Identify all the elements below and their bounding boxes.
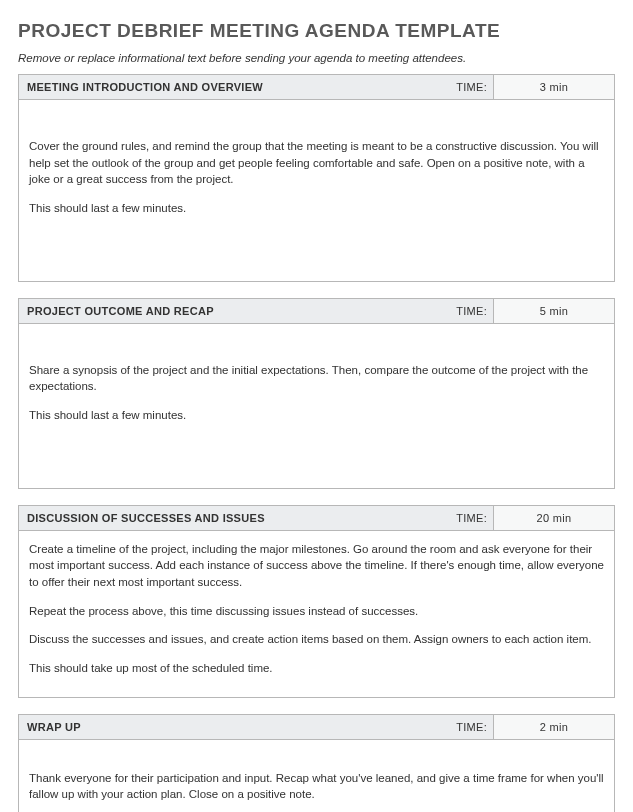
- section-body: Share a synopsis of the project and the …: [19, 324, 614, 488]
- section-body: Cover the ground rules, and remind the g…: [19, 100, 614, 281]
- time-label: TIME:: [411, 506, 494, 530]
- section-body: Create a timeline of the project, includ…: [19, 531, 614, 697]
- section-paragraph: This should last a few minutes.: [29, 200, 604, 217]
- section-paragraph: Share a synopsis of the project and the …: [29, 362, 604, 395]
- section-paragraph: This should take up most of the schedule…: [29, 660, 604, 677]
- section-paragraph: Repeat the process above, this time disc…: [29, 603, 604, 620]
- section-name: PROJECT OUTCOME AND RECAP: [19, 299, 411, 323]
- section-paragraph: Create a timeline of the project, includ…: [29, 541, 604, 591]
- time-label: TIME:: [411, 75, 494, 99]
- section-paragraph: Discuss the successes and issues, and cr…: [29, 631, 604, 648]
- time-value: 5 min: [494, 299, 614, 323]
- time-value: 3 min: [494, 75, 614, 99]
- section-header: PROJECT OUTCOME AND RECAP TIME: 5 min: [19, 299, 614, 324]
- section-header: WRAP UP TIME: 2 min: [19, 715, 614, 740]
- section-name: DISCUSSION OF SUCCESSES AND ISSUES: [19, 506, 411, 530]
- page-title: PROJECT DEBRIEF MEETING AGENDA TEMPLATE: [18, 20, 615, 42]
- section-name: MEETING INTRODUCTION AND OVERVIEW: [19, 75, 411, 99]
- agenda-section: WRAP UP TIME: 2 min Thank everyone for t…: [18, 714, 615, 812]
- agenda-section: PROJECT OUTCOME AND RECAP TIME: 5 min Sh…: [18, 298, 615, 489]
- time-value: 20 min: [494, 506, 614, 530]
- time-value: 2 min: [494, 715, 614, 739]
- section-body: Thank everyone for their participation a…: [19, 740, 614, 812]
- time-label: TIME:: [411, 715, 494, 739]
- section-paragraph: Thank everyone for their participation a…: [29, 770, 604, 803]
- agenda-section: DISCUSSION OF SUCCESSES AND ISSUES TIME:…: [18, 505, 615, 698]
- section-paragraph: This should last a few minutes.: [29, 407, 604, 424]
- instruction-text: Remove or replace informational text bef…: [18, 52, 615, 64]
- section-name: WRAP UP: [19, 715, 411, 739]
- section-paragraph: Cover the ground rules, and remind the g…: [29, 138, 604, 188]
- section-header: MEETING INTRODUCTION AND OVERVIEW TIME: …: [19, 75, 614, 100]
- section-header: DISCUSSION OF SUCCESSES AND ISSUES TIME:…: [19, 506, 614, 531]
- time-label: TIME:: [411, 299, 494, 323]
- agenda-section: MEETING INTRODUCTION AND OVERVIEW TIME: …: [18, 74, 615, 282]
